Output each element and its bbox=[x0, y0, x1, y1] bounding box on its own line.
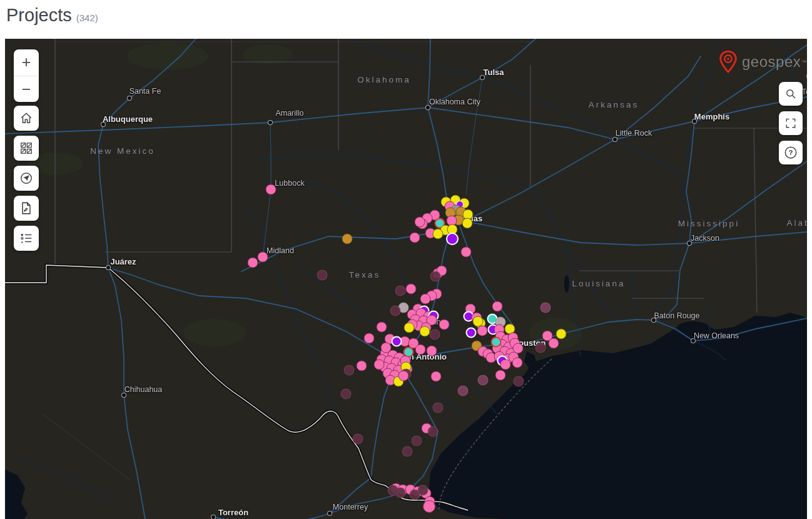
city-marker bbox=[692, 119, 697, 124]
project-dot[interactable] bbox=[392, 336, 402, 347]
project-dot[interactable] bbox=[512, 358, 523, 368]
project-dot[interactable] bbox=[398, 371, 409, 381]
city-label: Lubbock bbox=[275, 179, 304, 188]
city-label: Chihuahua bbox=[124, 385, 162, 394]
city-marker bbox=[691, 338, 696, 343]
project-dot[interactable] bbox=[342, 234, 353, 244]
project-dot[interactable] bbox=[412, 436, 422, 446]
city-marker bbox=[806, 74, 807, 79]
project-dot[interactable] bbox=[317, 270, 328, 281]
state-label: Texas bbox=[349, 270, 380, 280]
project-dot[interactable] bbox=[556, 329, 567, 340]
city-label: Monterrey bbox=[333, 503, 368, 511]
project-dot[interactable] bbox=[462, 218, 473, 229]
project-dot[interactable] bbox=[353, 434, 363, 445]
city-label: Juárez bbox=[110, 257, 136, 266]
project-dot[interactable] bbox=[404, 323, 415, 333]
help-button[interactable]: ? bbox=[779, 141, 803, 164]
project-dot[interactable] bbox=[500, 360, 511, 370]
svg-text:?: ? bbox=[789, 149, 793, 156]
basemap-gallery-button[interactable] bbox=[14, 136, 39, 161]
state-label: Louisiana bbox=[572, 279, 626, 288]
city-marker bbox=[612, 137, 617, 142]
map-canvas[interactable]: OklahomaNew MexicoTexasArkansasMississip… bbox=[5, 39, 807, 519]
project-dot[interactable] bbox=[439, 320, 450, 330]
project-dot[interactable] bbox=[478, 375, 489, 386]
project-dot[interactable] bbox=[381, 343, 392, 353]
zoom-out-button[interactable]: − bbox=[14, 76, 39, 103]
home-button[interactable] bbox=[14, 106, 39, 131]
project-dot[interactable] bbox=[344, 365, 355, 376]
city-label: Amarillo bbox=[275, 109, 303, 118]
project-dot[interactable] bbox=[420, 294, 431, 305]
city-marker bbox=[651, 318, 656, 323]
project-dot[interactable] bbox=[420, 326, 430, 337]
project-dot[interactable] bbox=[466, 328, 477, 338]
pdf-file-icon bbox=[19, 201, 33, 215]
geospex-logo: geospex ™ bbox=[717, 50, 806, 74]
fullscreen-icon bbox=[784, 117, 797, 129]
home-icon bbox=[19, 111, 33, 125]
project-dot[interactable] bbox=[258, 252, 268, 263]
project-dot[interactable] bbox=[415, 217, 425, 228]
project-dot[interactable] bbox=[431, 371, 442, 382]
project-dot[interactable] bbox=[430, 271, 441, 282]
project-dot[interactable] bbox=[549, 338, 559, 349]
geospex-logo-text: geospex bbox=[742, 53, 801, 71]
project-dot[interactable] bbox=[402, 446, 413, 457]
project-dot[interactable] bbox=[491, 337, 502, 348]
city-label: Midland bbox=[266, 246, 294, 255]
project-dot[interactable] bbox=[388, 485, 398, 496]
export-pdf-button[interactable] bbox=[14, 196, 39, 221]
project-dot[interactable] bbox=[395, 286, 406, 296]
locate-button[interactable] bbox=[14, 166, 39, 191]
project-dot[interactable] bbox=[248, 258, 258, 268]
project-dot[interactable] bbox=[390, 306, 401, 316]
page-title: Projects(342) bbox=[6, 5, 98, 26]
project-dot[interactable] bbox=[495, 370, 506, 381]
locate-icon bbox=[19, 171, 33, 185]
city-label: Little Rock bbox=[616, 129, 652, 138]
project-dot[interactable] bbox=[461, 247, 472, 258]
project-dot[interactable] bbox=[406, 284, 417, 295]
city-marker bbox=[687, 241, 692, 246]
search-button[interactable] bbox=[779, 82, 803, 106]
project-dot[interactable] bbox=[374, 360, 385, 370]
project-dot[interactable] bbox=[446, 233, 459, 245]
project-dot[interactable] bbox=[514, 376, 524, 387]
project-dot[interactable] bbox=[427, 346, 437, 356]
city-label: Jackson bbox=[691, 234, 719, 243]
project-dot[interactable] bbox=[415, 345, 426, 355]
state-label: Arkansas bbox=[589, 100, 639, 109]
project-dot[interactable] bbox=[428, 426, 439, 437]
project-dot[interactable] bbox=[477, 326, 488, 336]
fullscreen-button[interactable] bbox=[779, 111, 803, 135]
city-label: Torreón bbox=[218, 508, 248, 517]
project-dot[interactable] bbox=[341, 389, 352, 400]
legend-list-button[interactable] bbox=[14, 226, 39, 251]
project-dot[interactable] bbox=[410, 233, 420, 243]
project-dot[interactable] bbox=[535, 343, 546, 353]
project-dot[interactable] bbox=[433, 229, 444, 239]
project-dot[interactable] bbox=[540, 303, 551, 313]
state-label: Mississippi bbox=[678, 219, 739, 228]
project-dot[interactable] bbox=[433, 403, 444, 413]
project-dot[interactable] bbox=[418, 485, 429, 496]
project-dot[interactable] bbox=[423, 500, 435, 513]
zoom-in-button[interactable]: + bbox=[14, 49, 39, 76]
state-label: New Mexico bbox=[90, 146, 155, 156]
city-marker bbox=[101, 122, 106, 127]
city-label: Albuquerque bbox=[103, 114, 153, 124]
project-dot[interactable] bbox=[430, 330, 440, 340]
help-icon: ? bbox=[784, 146, 798, 159]
project-dot[interactable] bbox=[266, 184, 277, 195]
city-marker bbox=[211, 515, 216, 519]
project-dot[interactable] bbox=[458, 386, 469, 396]
project-dot[interactable] bbox=[377, 322, 387, 333]
project-dot[interactable] bbox=[492, 301, 503, 312]
project-dot[interactable] bbox=[364, 333, 375, 344]
basemap-gallery-icon bbox=[19, 141, 33, 155]
city-label: Santa Fe bbox=[129, 87, 161, 96]
city-marker bbox=[268, 120, 273, 125]
project-dot[interactable] bbox=[357, 361, 367, 371]
